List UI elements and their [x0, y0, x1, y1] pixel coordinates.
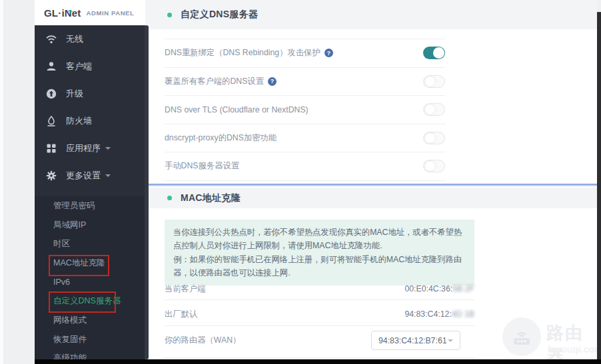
applications-icon: [45, 143, 57, 154]
toggle-knob: [424, 132, 436, 144]
setting-row-dns-over-tls: DNS over TLS (Cloudflare or NextDNS): [165, 96, 445, 124]
page-left-margin: [0, 0, 3, 364]
submenu-item-custom-dns[interactable]: 自定义DNS服务器: [35, 291, 145, 311]
section-header-mac-clone: MAC地址克隆: [145, 188, 597, 208]
watermark-domain: luyouqi.com: [548, 344, 601, 355]
row-label: 当前客户端: [165, 283, 205, 295]
mac-masked: 5B:2F: [452, 284, 474, 293]
submenu-label: 网络模式: [53, 315, 87, 326]
sidebar-item-label: 应用程序: [66, 142, 101, 154]
toggle-knob: [424, 76, 436, 87]
sidebar-item-label: 防火墙: [66, 115, 92, 127]
toggle-dns-rebinding[interactable]: [423, 47, 445, 59]
antenna-icon: [67, 4, 73, 15]
toggle-dns-over-tls[interactable]: [423, 103, 445, 116]
sidebar-item-label: 升级: [66, 88, 83, 100]
main-content: 自定义DNS服务器 DNS重新绑定（DNS Rebinding）攻击保护 ? 覆…: [145, 0, 597, 364]
clients-icon: [45, 61, 57, 72]
setting-label-text: DNS over TLS (Cloudflare or NextDNS): [165, 105, 308, 114]
admin-panel-page: GL·iNet ADMIN PANEL 无线 客户端: [0, 0, 601, 364]
logo: GL·iNet ADMIN PANEL: [35, 0, 145, 25]
section-title: 自定义DNS服务器: [181, 9, 258, 21]
setting-row-dnscrypt: dnscrypt-proxy的DNS加密功能: [165, 124, 445, 153]
section-header-custom-dns: 自定义DNS服务器: [145, 0, 597, 29]
setting-label: 手动DNS服务器设置: [165, 160, 239, 172]
wifi-icon: [45, 34, 57, 45]
setting-label-text: 手动DNS服务器设置: [165, 160, 239, 172]
setting-label: 覆盖所有客户端的DNS设置 ?: [165, 76, 277, 87]
mac-masked: 4D 1B: [452, 309, 474, 319]
submenu-item-admin-password[interactable]: 管理员密码: [35, 196, 145, 216]
setting-label: DNS over TLS (Cloudflare or NextDNS): [165, 105, 308, 114]
chevron-down-icon: [105, 147, 111, 150]
submenu-item-ipv6[interactable]: IPv6: [35, 273, 145, 292]
sidebar-menu: 无线 客户端 升级 防火墙: [35, 25, 145, 189]
watermark-name: 路由器: [546, 321, 597, 364]
submenu-label: 恢复固件: [53, 334, 87, 345]
sidebar-item-label: 更多设置: [66, 170, 101, 182]
sidebar-item-label: 无线: [66, 33, 83, 45]
help-icon[interactable]: ?: [324, 49, 333, 57]
submenu-label: IPv6: [53, 277, 70, 287]
chevron-down-icon: [105, 174, 111, 177]
brand-text: GL·iNet: [44, 7, 81, 19]
sidebar-item-more-settings[interactable]: 更多设置: [35, 162, 145, 189]
current-client-mac: 00:E0:4C:36:5B:2F: [404, 284, 474, 293]
setting-label: dnscrypt-proxy的DNS加密功能: [165, 132, 277, 144]
toggle-manual-dns[interactable]: [423, 160, 445, 172]
submenu-label: 时区: [53, 238, 70, 250]
mac-visible: 00:E0:4C:36:: [404, 284, 452, 293]
row-divider: [165, 299, 474, 300]
chevron-down-icon: [448, 339, 453, 342]
setting-row-manual-dns: 手动DNS服务器设置: [165, 152, 445, 181]
brand-logo: GL·iNet: [44, 7, 81, 19]
admin-panel-label: ADMIN PANEL: [87, 9, 135, 17]
gear-icon: [45, 170, 57, 181]
mac-clone-info-box: 当你连接到公共热点时，若你不希望热点发现你真实的MAC地址，或者不希望热点控制人…: [165, 220, 474, 285]
toggle-dnscrypt[interactable]: [423, 132, 445, 144]
row-current-client: 当前客户端 00:E0:4C:36:5B:2F: [165, 278, 474, 299]
help-icon[interactable]: ?: [268, 77, 277, 86]
sidebar-item-firewall[interactable]: 防火墙: [35, 107, 145, 134]
row-label: 你的路由器（WAN）: [165, 335, 241, 346]
setting-label-text: dnscrypt-proxy的DNS加密功能: [165, 132, 277, 144]
setting-label: DNS重新绑定（DNS Rebinding）攻击保护 ?: [165, 47, 333, 59]
sidebar-item-label: 客户端: [66, 61, 92, 73]
toggle-knob: [424, 104, 436, 115]
watermark-router-icon: [502, 317, 541, 356]
submenu-item-mac-clone[interactable]: MAC地址克隆: [35, 254, 145, 273]
setting-row-override-dns: 覆盖所有客户端的DNS设置 ?: [165, 68, 445, 96]
scrollbar[interactable]: [145, 25, 149, 359]
submenu-item-timezone[interactable]: 时区: [35, 234, 145, 254]
submenu-label: 局域网IP: [53, 220, 86, 231]
sidebar-item-clients[interactable]: 客户端: [35, 53, 145, 80]
firewall-icon: [45, 116, 57, 126]
factory-default-mac: 94:83:C4:12:4D 1B: [404, 309, 474, 319]
wan-mac-select-value: 94:83:C4:12:B7:61: [378, 336, 448, 345]
section-title: MAC地址克隆: [181, 192, 241, 204]
toggle-knob: [424, 160, 436, 172]
submenu-item-restore-firmware[interactable]: 恢复固件: [35, 330, 145, 349]
more-settings-submenu: 管理员密码 局域网IP 时区 MAC地址克隆 IPv6 自定义DNS服务器 网络…: [35, 196, 145, 364]
submenu-label: 自定义DNS服务器: [53, 295, 121, 307]
toggle-override-dns[interactable]: [423, 75, 445, 88]
toggle-knob: [433, 47, 444, 59]
setting-label-text: 覆盖所有客户端的DNS设置: [165, 76, 264, 87]
row-divider: [165, 325, 474, 326]
sidebar-item-wireless[interactable]: 无线: [35, 25, 145, 53]
page-bottom-bar: [35, 359, 601, 364]
dns-settings-list: DNS重新绑定（DNS Rebinding）攻击保护 ? 覆盖所有客户端的DNS…: [165, 39, 445, 181]
watermark: 路由器 luyouqi.com: [502, 317, 597, 360]
upgrade-icon: [45, 89, 57, 99]
submenu-label: MAC地址克隆: [53, 258, 105, 269]
setting-label-text: DNS重新绑定（DNS Rebinding）攻击保护: [165, 47, 320, 59]
sidebar-item-upgrade[interactable]: 升级: [35, 80, 145, 107]
row-factory-default: 出厂默认 94:83:C4:12:4D 1B: [165, 303, 474, 325]
row-label: 出厂默认: [165, 309, 197, 320]
sidebar-item-applications[interactable]: 应用程序: [35, 134, 145, 162]
wan-mac-select[interactable]: 94:83:C4:12:B7:61: [371, 331, 460, 350]
submenu-item-lan-ip[interactable]: 局域网IP: [35, 216, 145, 235]
submenu-item-network-mode[interactable]: 网络模式: [35, 311, 145, 330]
submenu-label: 管理员密码: [53, 200, 95, 212]
sidebar: GL·iNet ADMIN PANEL 无线 客户端: [35, 0, 145, 364]
